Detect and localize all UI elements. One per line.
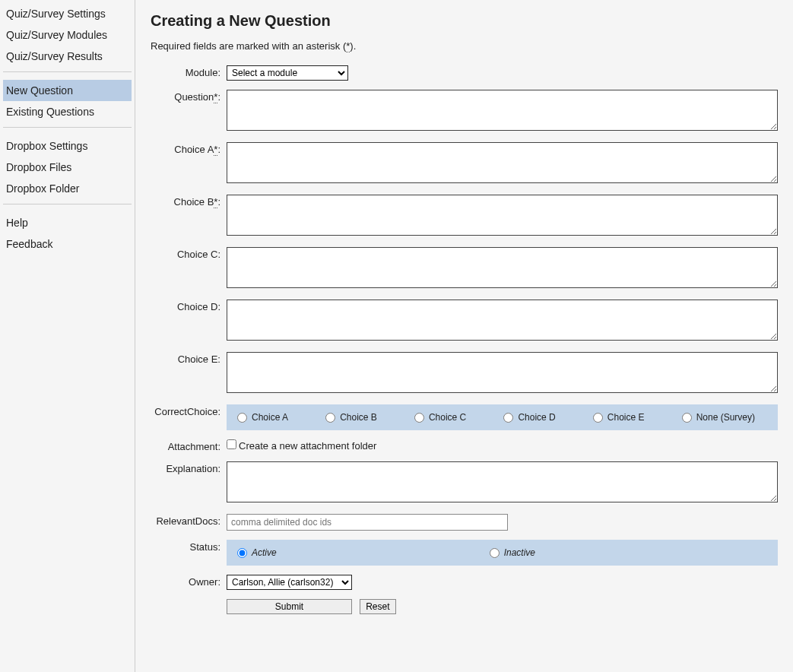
question-textarea[interactable] [227, 90, 778, 131]
choice-d-label: Choice D: [151, 300, 227, 312]
sidebar: Quiz/Survey Settings Quiz/Survey Modules… [0, 0, 135, 672]
attachment-checkbox-label[interactable]: Create a new attachment folder [227, 440, 376, 452]
correct-choice-label: CorrectChoice: [151, 404, 227, 417]
choice-e-textarea[interactable] [227, 352, 778, 393]
status-panel: Active Inactive [227, 540, 778, 566]
reset-button[interactable]: Reset [360, 599, 396, 614]
sidebar-item-quiz-modules[interactable]: Quiz/Survey Modules [3, 24, 132, 46]
sidebar-item-quiz-results[interactable]: Quiz/Survey Results [3, 46, 132, 67]
sidebar-item-help[interactable]: Help [3, 212, 132, 233]
correct-choice-b[interactable]: Choice B [325, 412, 377, 423]
choice-d-textarea[interactable] [227, 300, 778, 341]
status-label: Status: [151, 540, 227, 553]
sidebar-item-new-question[interactable]: New Question [3, 80, 132, 101]
correct-choice-panel: Choice A Choice B Choice C Choice D Choi… [227, 404, 778, 430]
correct-choice-none[interactable]: None (Survey) [682, 412, 755, 423]
choice-a-label: Choice A*: [151, 142, 227, 155]
question-label: Question*: [151, 90, 227, 103]
correct-choice-c[interactable]: Choice C [414, 412, 466, 423]
owner-select[interactable]: Carlson, Allie (carlson32) [227, 575, 352, 590]
relevant-docs-input[interactable] [227, 514, 508, 531]
sidebar-item-dropbox-files[interactable]: Dropbox Files [3, 157, 132, 178]
choice-e-label: Choice E: [151, 352, 227, 365]
sidebar-item-existing-questions[interactable]: Existing Questions [3, 101, 132, 122]
choice-c-label: Choice C: [151, 247, 227, 260]
correct-choice-a[interactable]: Choice A [237, 412, 288, 423]
attachment-checkbox [227, 439, 236, 449]
correct-choice-e[interactable]: Choice E [593, 412, 645, 423]
explanation-textarea[interactable] [227, 461, 778, 502]
choice-b-textarea[interactable] [227, 195, 778, 236]
sidebar-item-feedback[interactable]: Feedback [3, 233, 132, 255]
choice-b-label: Choice B*: [151, 195, 227, 208]
status-active[interactable]: Active [237, 547, 277, 558]
choice-c-textarea[interactable] [227, 247, 778, 288]
sidebar-item-dropbox-folder[interactable]: Dropbox Folder [3, 178, 132, 199]
status-inactive[interactable]: Inactive [490, 547, 535, 558]
explanation-label: Explanation: [151, 461, 227, 474]
page-title: Creating a New Question [151, 12, 778, 30]
sidebar-item-dropbox-settings[interactable]: Dropbox Settings [3, 135, 132, 157]
module-select[interactable]: Select a module [227, 65, 348, 81]
submit-button[interactable]: Submit [227, 599, 352, 614]
module-label: Module: [151, 65, 227, 78]
owner-label: Owner: [151, 575, 227, 588]
required-hint: Required fields are marked with an aster… [151, 40, 778, 52]
choice-a-textarea[interactable] [227, 142, 778, 183]
attachment-label: Attachment: [151, 439, 227, 452]
correct-choice-d[interactable]: Choice D [503, 412, 555, 423]
sidebar-item-quiz-settings[interactable]: Quiz/Survey Settings [3, 3, 132, 24]
main-content: Creating a New Question Required fields … [135, 0, 793, 672]
relevant-docs-label: RelevantDocs: [151, 514, 227, 527]
